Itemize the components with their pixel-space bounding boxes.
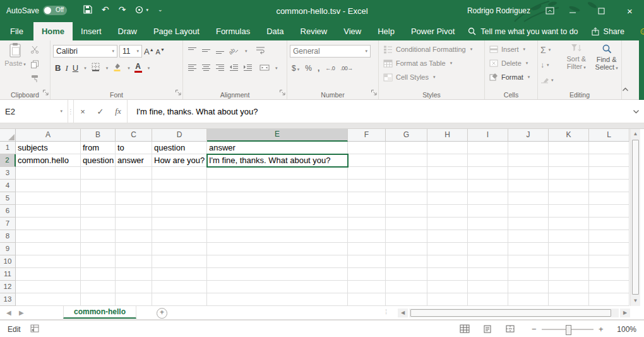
- tab-file[interactable]: File: [0, 22, 33, 40]
- font-dialog-launcher[interactable]: [175, 87, 181, 98]
- cell-G10[interactable]: [386, 255, 427, 268]
- cell-G13[interactable]: [386, 293, 427, 306]
- cell-E2[interactable]: I'm fine, thanks. What about you?: [207, 154, 348, 167]
- clipboard-dialog-launcher[interactable]: [42, 87, 49, 98]
- normal-view-button[interactable]: [460, 324, 470, 335]
- tab-insert[interactable]: Insert: [73, 22, 110, 40]
- cell-G8[interactable]: [386, 230, 427, 243]
- cell-H10[interactable]: [427, 255, 468, 268]
- cell-E11[interactable]: [207, 268, 348, 281]
- cell-B13[interactable]: [81, 293, 116, 306]
- cell-J5[interactable]: [508, 192, 549, 205]
- cell-F12[interactable]: [348, 281, 386, 293]
- cell-I5[interactable]: [468, 192, 508, 205]
- conditional-formatting-button[interactable]: Conditional Formatting▾: [381, 42, 483, 56]
- tab-power-pivot[interactable]: Power Pivot: [403, 22, 463, 40]
- cell-L9[interactable]: [589, 243, 629, 255]
- column-header-E[interactable]: E: [207, 129, 348, 142]
- cancel-entry-button[interactable]: ×: [74, 107, 92, 116]
- cell-B3[interactable]: [81, 167, 116, 180]
- cell-J13[interactable]: [508, 293, 549, 306]
- tab-draw[interactable]: Draw: [110, 22, 145, 40]
- find-select-button[interactable]: Find &Select▾: [593, 42, 620, 87]
- cell-I3[interactable]: [468, 167, 508, 180]
- cell-I1[interactable]: [468, 142, 508, 154]
- horizontal-scroll-thumb[interactable]: [410, 309, 611, 317]
- cell-D12[interactable]: [152, 281, 207, 293]
- zoom-out-button[interactable]: −: [532, 324, 537, 334]
- cell-J10[interactable]: [508, 255, 549, 268]
- cell-K8[interactable]: [549, 230, 589, 243]
- cell-A7[interactable]: [16, 218, 81, 230]
- cell-G4[interactable]: [386, 180, 427, 192]
- cell-B5[interactable]: [81, 192, 116, 205]
- vertical-scrollbar[interactable]: ▲ ▼: [630, 129, 640, 306]
- cell-D10[interactable]: [152, 255, 207, 268]
- cell-A5[interactable]: [16, 192, 81, 205]
- new-sheet-button[interactable]: +: [157, 308, 167, 319]
- cell-B9[interactable]: [81, 243, 116, 255]
- cell-K11[interactable]: [549, 268, 589, 281]
- underline-button[interactable]: U: [73, 64, 78, 73]
- page-break-view-button[interactable]: [505, 324, 515, 335]
- column-header-A[interactable]: A: [16, 129, 81, 142]
- cell-J9[interactable]: [508, 243, 549, 255]
- column-header-I[interactable]: I: [468, 129, 508, 142]
- sort-filter-button[interactable]: Sort &Filter▾: [563, 42, 590, 87]
- cell-I10[interactable]: [468, 255, 508, 268]
- cell-L8[interactable]: [589, 230, 629, 243]
- accounting-format-button[interactable]: $▾: [292, 64, 299, 73]
- scroll-right-icon[interactable]: ▶: [620, 309, 630, 317]
- insert-cells-button[interactable]: Insert▾: [487, 42, 536, 56]
- cell-D5[interactable]: [152, 192, 207, 205]
- cell-C2[interactable]: answer: [116, 154, 152, 167]
- align-center-button[interactable]: [201, 63, 211, 74]
- cell-G7[interactable]: [386, 218, 427, 230]
- cell-F13[interactable]: [348, 293, 386, 306]
- column-header-L[interactable]: L: [589, 129, 629, 142]
- cell-E8[interactable]: [207, 230, 348, 243]
- zoom-slider-thumb[interactable]: [566, 325, 571, 335]
- cell-C4[interactable]: [116, 180, 152, 192]
- cell-H9[interactable]: [427, 243, 468, 255]
- row-header-2[interactable]: 2: [0, 154, 16, 167]
- wrap-text-button[interactable]: [256, 46, 265, 57]
- minimize-button[interactable]: [559, 0, 587, 22]
- cell-F10[interactable]: [348, 255, 386, 268]
- cell-C8[interactable]: [116, 230, 152, 243]
- row-header-13[interactable]: 13: [0, 293, 16, 306]
- name-box[interactable]: E2▾: [0, 100, 68, 123]
- number-format-combobox[interactable]: General▾: [290, 45, 371, 58]
- row-header-7[interactable]: 7: [0, 218, 16, 230]
- cell-J11[interactable]: [508, 268, 549, 281]
- copy-button[interactable]: [30, 59, 39, 71]
- feedback-button[interactable]: ☺: [632, 22, 644, 40]
- column-header-C[interactable]: C: [116, 129, 152, 142]
- row-header-1[interactable]: 1: [0, 142, 16, 154]
- cell-J8[interactable]: [508, 230, 549, 243]
- cell-H1[interactable]: [427, 142, 468, 154]
- cell-K3[interactable]: [549, 167, 589, 180]
- number-dialog-launcher[interactable]: [371, 87, 377, 98]
- cell-A4[interactable]: [16, 180, 81, 192]
- cell-A1[interactable]: subjects: [16, 142, 81, 154]
- cell-L7[interactable]: [589, 218, 629, 230]
- shrink-font-button[interactable]: A▼: [156, 46, 165, 56]
- cell-E3[interactable]: [207, 167, 348, 180]
- cell-B6[interactable]: [81, 205, 116, 218]
- borders-button[interactable]: [91, 62, 100, 74]
- cell-J1[interactable]: [508, 142, 549, 154]
- cell-D1[interactable]: question: [152, 142, 207, 154]
- cell-F7[interactable]: [348, 218, 386, 230]
- comma-style-button[interactable]: ,: [318, 64, 319, 73]
- row-header-5[interactable]: 5: [0, 192, 16, 205]
- maximize-button[interactable]: [587, 0, 616, 22]
- tab-page-layout[interactable]: Page Layout: [145, 22, 208, 40]
- cell-C7[interactable]: [116, 218, 152, 230]
- decrease-decimal-button[interactable]: .00→: [340, 65, 353, 71]
- cell-H7[interactable]: [427, 218, 468, 230]
- tell-me-box[interactable]: Tell me what you want to do: [463, 22, 583, 40]
- format-painter-button[interactable]: [30, 74, 39, 85]
- cell-G12[interactable]: [386, 281, 427, 293]
- tab-help[interactable]: Help: [369, 22, 403, 40]
